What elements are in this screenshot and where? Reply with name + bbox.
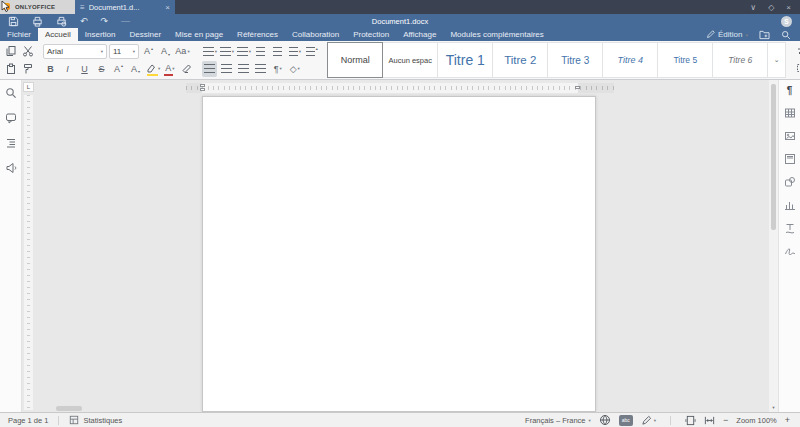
statistics-button[interactable]: Statistiques	[83, 416, 122, 425]
first-line-indent-marker[interactable]	[200, 84, 205, 87]
undo-icon[interactable]: ↶	[80, 16, 88, 26]
change-case-button[interactable]: Aa▾	[175, 43, 190, 59]
right-indent-marker[interactable]	[575, 86, 580, 89]
highlight-color-button[interactable]: ▾	[145, 61, 160, 77]
fit-width-icon[interactable]	[704, 415, 715, 426]
decrease-font-button[interactable]: A▾	[158, 43, 173, 59]
align-right-button[interactable]	[236, 61, 251, 77]
restore-icon[interactable]: ◇	[768, 3, 774, 12]
styles-gallery-expand-button[interactable]: ⌄	[767, 42, 786, 78]
underline-button[interactable]: U	[77, 61, 92, 77]
print-icon[interactable]	[32, 16, 43, 27]
search-panel-icon[interactable]	[5, 87, 17, 99]
replace-button[interactable]	[794, 43, 800, 59]
bullets-button[interactable]: ▾	[202, 43, 217, 59]
header-footer-settings-icon[interactable]	[784, 153, 796, 165]
language-selector[interactable]: Français – France ▾	[525, 416, 591, 425]
copy-style-button[interactable]	[20, 61, 35, 77]
numbering-button[interactable]: ▾	[219, 43, 234, 59]
track-changes-button[interactable]: ▾	[641, 415, 656, 426]
spell-check-toggle[interactable]: abc	[619, 415, 633, 426]
tab-protection[interactable]: Protection	[346, 28, 396, 41]
paragraph-spacing-button[interactable]: ▴	[304, 43, 319, 59]
nonprinting-characters-button[interactable]: ¶▾	[270, 61, 285, 77]
tab-stop-selector[interactable]: L	[23, 82, 34, 92]
multilevel-list-button[interactable]: ▾	[236, 43, 251, 59]
style-titre-2[interactable]: Titre 2	[492, 42, 548, 78]
copy-button[interactable]	[3, 43, 18, 59]
subscript-button[interactable]: A▾	[128, 61, 143, 77]
bold-button[interactable]: B	[43, 61, 58, 77]
tab-dessiner[interactable]: Dessiner	[123, 28, 169, 41]
tab-collaboration[interactable]: Collaboration	[285, 28, 346, 41]
quick-print-icon[interactable]	[56, 16, 67, 27]
tab-modules-complementaires[interactable]: Modules complémentaires	[443, 28, 550, 41]
align-center-button[interactable]	[219, 61, 234, 77]
style-no-spacing[interactable]: Aucun espac	[382, 42, 438, 78]
font-size-combo[interactable]: 11▾	[109, 44, 139, 59]
save-icon[interactable]	[8, 16, 19, 27]
tab-affichage[interactable]: Affichage	[396, 28, 443, 41]
comments-panel-icon[interactable]	[5, 112, 17, 124]
horizontal-ruler[interactable]	[186, 83, 614, 93]
left-indent-marker[interactable]	[200, 88, 205, 91]
vertical-scrollbar-thumb[interactable]	[771, 84, 776, 230]
font-name-combo[interactable]: Arial▾	[43, 44, 107, 59]
style-normal[interactable]: Normal	[327, 42, 383, 78]
page-indicator[interactable]: Page 1 de 1	[8, 416, 48, 425]
vertical-ruler[interactable]	[24, 95, 33, 410]
feedback-support-icon[interactable]	[5, 162, 17, 174]
tab-mise-en-page[interactable]: Mise en page	[168, 28, 230, 41]
document-language-icon[interactable]	[599, 414, 611, 426]
app-logo[interactable]: ONLYOFFICE	[0, 0, 75, 14]
minimize-icon[interactable]: ∨	[750, 3, 756, 12]
clear-style-button[interactable]	[179, 61, 194, 77]
close-icon[interactable]: ×	[786, 3, 791, 12]
paste-button[interactable]	[3, 61, 18, 77]
superscript-button[interactable]: A▴	[111, 61, 126, 77]
style-titre-3[interactable]: Titre 3	[547, 42, 603, 78]
style-titre-6[interactable]: Titre 6	[712, 42, 768, 78]
scrollbar-down-arrow[interactable]: ▼	[769, 403, 778, 412]
chart-settings-icon[interactable]	[784, 199, 796, 211]
zoom-in-button[interactable]: +	[785, 415, 790, 425]
align-left-button[interactable]	[202, 61, 217, 77]
strikethrough-button[interactable]: S	[94, 61, 109, 77]
style-titre-4[interactable]: Titre 4	[602, 42, 658, 78]
horizontal-scrollbar-thumb[interactable]	[56, 406, 82, 411]
tab-close-icon[interactable]: ×	[165, 3, 170, 12]
tab-accueil[interactable]: Accueil	[38, 28, 78, 41]
justify-button[interactable]	[253, 61, 268, 77]
search-icon[interactable]	[781, 30, 791, 40]
document-tab[interactable]: ≡ Document1.d... ×	[75, 0, 175, 14]
tab-insertion[interactable]: Insertion	[78, 28, 123, 41]
line-spacing-button[interactable]: ▾	[287, 43, 302, 59]
paragraph-settings-icon[interactable]: ¶	[787, 86, 793, 96]
zoom-out-button[interactable]: −	[723, 415, 728, 425]
style-titre-1[interactable]: Titre 1	[437, 42, 493, 78]
font-color-button[interactable]: A▾	[162, 61, 177, 77]
tab-references[interactable]: Références	[230, 28, 285, 41]
redo-icon[interactable]: ↷	[101, 16, 109, 26]
edition-mode-button[interactable]: Édition ▾	[706, 30, 748, 39]
italic-button[interactable]: I	[60, 61, 75, 77]
zoom-level[interactable]: Zoom 100%	[736, 416, 776, 425]
textart-settings-icon[interactable]	[784, 222, 796, 234]
document-page[interactable]	[202, 96, 596, 412]
shading-button[interactable]: ◇▾	[287, 61, 302, 77]
signature-settings-icon[interactable]	[784, 245, 796, 257]
tab-fichier[interactable]: Fichier	[0, 28, 38, 41]
shape-settings-icon[interactable]	[784, 176, 796, 188]
increase-font-button[interactable]: A▴	[141, 43, 156, 59]
table-settings-icon[interactable]	[784, 107, 796, 119]
headings-navigation-icon[interactable]	[5, 137, 17, 149]
open-file-location-icon[interactable]	[759, 30, 770, 40]
image-settings-icon[interactable]	[784, 130, 796, 142]
select-all-button[interactable]	[794, 61, 800, 77]
style-titre-5[interactable]: Titre 5	[657, 42, 713, 78]
fit-page-icon[interactable]	[685, 415, 696, 426]
user-avatar[interactable]: S	[781, 16, 792, 27]
increase-indent-button[interactable]	[270, 43, 285, 59]
cut-button[interactable]	[20, 43, 35, 59]
decrease-indent-button[interactable]	[253, 43, 268, 59]
